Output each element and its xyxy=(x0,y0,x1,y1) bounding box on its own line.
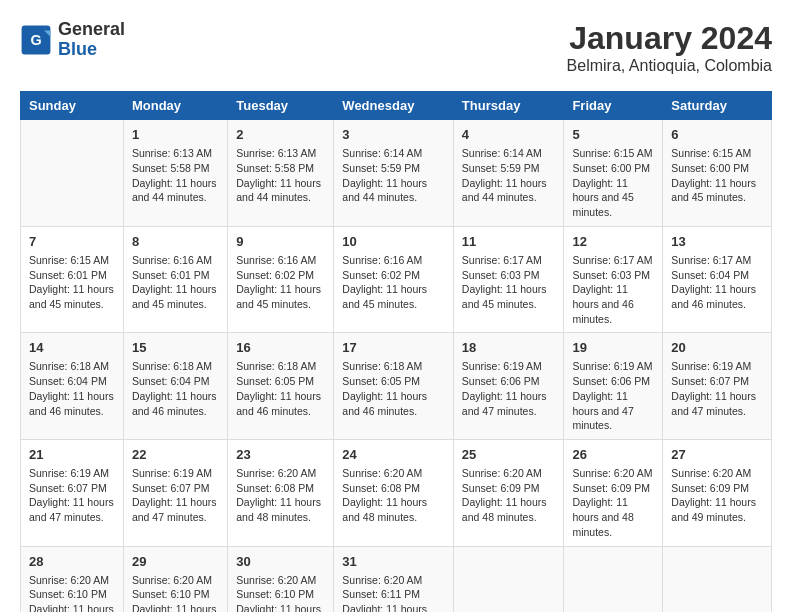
calendar-cell: 21Sunrise: 6:19 AMSunset: 6:07 PMDayligh… xyxy=(21,439,124,546)
calendar-week-row: 21Sunrise: 6:19 AMSunset: 6:07 PMDayligh… xyxy=(21,439,772,546)
calendar-cell: 20Sunrise: 6:19 AMSunset: 6:07 PMDayligh… xyxy=(663,333,772,440)
day-number: 30 xyxy=(236,553,325,571)
calendar-cell: 17Sunrise: 6:18 AMSunset: 6:05 PMDayligh… xyxy=(334,333,454,440)
day-info: Sunrise: 6:20 AMSunset: 6:08 PMDaylight:… xyxy=(342,466,445,525)
day-number: 16 xyxy=(236,339,325,357)
day-number: 14 xyxy=(29,339,115,357)
day-info: Sunrise: 6:20 AMSunset: 6:10 PMDaylight:… xyxy=(29,573,115,612)
day-info: Sunrise: 6:15 AMSunset: 6:00 PMDaylight:… xyxy=(671,146,763,205)
day-number: 15 xyxy=(132,339,219,357)
day-info: Sunrise: 6:18 AMSunset: 6:05 PMDaylight:… xyxy=(342,359,445,418)
calendar-cell: 10Sunrise: 6:16 AMSunset: 6:02 PMDayligh… xyxy=(334,226,454,333)
day-info: Sunrise: 6:16 AMSunset: 6:02 PMDaylight:… xyxy=(236,253,325,312)
day-number: 8 xyxy=(132,233,219,251)
day-number: 25 xyxy=(462,446,556,464)
column-header-wednesday: Wednesday xyxy=(334,92,454,120)
calendar-table: SundayMondayTuesdayWednesdayThursdayFrid… xyxy=(20,91,772,612)
calendar-cell: 23Sunrise: 6:20 AMSunset: 6:08 PMDayligh… xyxy=(228,439,334,546)
calendar-cell: 27Sunrise: 6:20 AMSunset: 6:09 PMDayligh… xyxy=(663,439,772,546)
day-info: Sunrise: 6:20 AMSunset: 6:09 PMDaylight:… xyxy=(572,466,654,539)
calendar-cell: 18Sunrise: 6:19 AMSunset: 6:06 PMDayligh… xyxy=(453,333,564,440)
day-info: Sunrise: 6:17 AMSunset: 6:04 PMDaylight:… xyxy=(671,253,763,312)
day-info: Sunrise: 6:20 AMSunset: 6:09 PMDaylight:… xyxy=(671,466,763,525)
calendar-cell: 8Sunrise: 6:16 AMSunset: 6:01 PMDaylight… xyxy=(123,226,227,333)
calendar-cell: 11Sunrise: 6:17 AMSunset: 6:03 PMDayligh… xyxy=(453,226,564,333)
day-number: 13 xyxy=(671,233,763,251)
day-number: 19 xyxy=(572,339,654,357)
column-header-tuesday: Tuesday xyxy=(228,92,334,120)
calendar-cell xyxy=(453,546,564,612)
page-header: G General Blue January 2024 Belmira, Ant… xyxy=(20,20,772,75)
day-info: Sunrise: 6:20 AMSunset: 6:08 PMDaylight:… xyxy=(236,466,325,525)
day-info: Sunrise: 6:18 AMSunset: 6:04 PMDaylight:… xyxy=(29,359,115,418)
logo-text: General Blue xyxy=(58,20,125,60)
day-info: Sunrise: 6:16 AMSunset: 6:01 PMDaylight:… xyxy=(132,253,219,312)
calendar-cell: 26Sunrise: 6:20 AMSunset: 6:09 PMDayligh… xyxy=(564,439,663,546)
calendar-header-row: SundayMondayTuesdayWednesdayThursdayFrid… xyxy=(21,92,772,120)
logo: G General Blue xyxy=(20,20,125,60)
day-number: 27 xyxy=(671,446,763,464)
svg-text:G: G xyxy=(30,32,41,48)
day-number: 3 xyxy=(342,126,445,144)
day-info: Sunrise: 6:13 AMSunset: 5:58 PMDaylight:… xyxy=(236,146,325,205)
day-number: 11 xyxy=(462,233,556,251)
day-number: 23 xyxy=(236,446,325,464)
day-number: 1 xyxy=(132,126,219,144)
calendar-cell: 2Sunrise: 6:13 AMSunset: 5:58 PMDaylight… xyxy=(228,120,334,227)
calendar-title: January 2024 xyxy=(567,20,772,57)
day-number: 12 xyxy=(572,233,654,251)
day-info: Sunrise: 6:19 AMSunset: 6:06 PMDaylight:… xyxy=(462,359,556,418)
calendar-cell: 30Sunrise: 6:20 AMSunset: 6:10 PMDayligh… xyxy=(228,546,334,612)
calendar-cell xyxy=(564,546,663,612)
day-info: Sunrise: 6:17 AMSunset: 6:03 PMDaylight:… xyxy=(572,253,654,326)
day-info: Sunrise: 6:19 AMSunset: 6:07 PMDaylight:… xyxy=(29,466,115,525)
day-number: 28 xyxy=(29,553,115,571)
day-info: Sunrise: 6:20 AMSunset: 6:10 PMDaylight:… xyxy=(132,573,219,612)
day-number: 22 xyxy=(132,446,219,464)
day-info: Sunrise: 6:17 AMSunset: 6:03 PMDaylight:… xyxy=(462,253,556,312)
day-number: 6 xyxy=(671,126,763,144)
day-number: 5 xyxy=(572,126,654,144)
calendar-week-row: 7Sunrise: 6:15 AMSunset: 6:01 PMDaylight… xyxy=(21,226,772,333)
calendar-cell: 3Sunrise: 6:14 AMSunset: 5:59 PMDaylight… xyxy=(334,120,454,227)
calendar-cell: 12Sunrise: 6:17 AMSunset: 6:03 PMDayligh… xyxy=(564,226,663,333)
calendar-cell: 5Sunrise: 6:15 AMSunset: 6:00 PMDaylight… xyxy=(564,120,663,227)
calendar-cell: 31Sunrise: 6:20 AMSunset: 6:11 PMDayligh… xyxy=(334,546,454,612)
day-info: Sunrise: 6:20 AMSunset: 6:10 PMDaylight:… xyxy=(236,573,325,612)
day-number: 17 xyxy=(342,339,445,357)
calendar-cell: 1Sunrise: 6:13 AMSunset: 5:58 PMDaylight… xyxy=(123,120,227,227)
calendar-cell: 16Sunrise: 6:18 AMSunset: 6:05 PMDayligh… xyxy=(228,333,334,440)
day-number: 26 xyxy=(572,446,654,464)
calendar-cell: 13Sunrise: 6:17 AMSunset: 6:04 PMDayligh… xyxy=(663,226,772,333)
day-info: Sunrise: 6:20 AMSunset: 6:09 PMDaylight:… xyxy=(462,466,556,525)
day-number: 21 xyxy=(29,446,115,464)
day-info: Sunrise: 6:18 AMSunset: 6:05 PMDaylight:… xyxy=(236,359,325,418)
day-info: Sunrise: 6:18 AMSunset: 6:04 PMDaylight:… xyxy=(132,359,219,418)
day-info: Sunrise: 6:16 AMSunset: 6:02 PMDaylight:… xyxy=(342,253,445,312)
calendar-cell: 9Sunrise: 6:16 AMSunset: 6:02 PMDaylight… xyxy=(228,226,334,333)
day-number: 24 xyxy=(342,446,445,464)
calendar-subtitle: Belmira, Antioquia, Colombia xyxy=(567,57,772,75)
day-info: Sunrise: 6:19 AMSunset: 6:06 PMDaylight:… xyxy=(572,359,654,432)
day-number: 9 xyxy=(236,233,325,251)
calendar-cell: 7Sunrise: 6:15 AMSunset: 6:01 PMDaylight… xyxy=(21,226,124,333)
calendar-cell: 6Sunrise: 6:15 AMSunset: 6:00 PMDaylight… xyxy=(663,120,772,227)
day-info: Sunrise: 6:20 AMSunset: 6:11 PMDaylight:… xyxy=(342,573,445,612)
calendar-cell xyxy=(663,546,772,612)
day-info: Sunrise: 6:15 AMSunset: 6:01 PMDaylight:… xyxy=(29,253,115,312)
day-number: 7 xyxy=(29,233,115,251)
calendar-cell: 29Sunrise: 6:20 AMSunset: 6:10 PMDayligh… xyxy=(123,546,227,612)
day-number: 4 xyxy=(462,126,556,144)
day-number: 29 xyxy=(132,553,219,571)
column-header-monday: Monday xyxy=(123,92,227,120)
day-info: Sunrise: 6:19 AMSunset: 6:07 PMDaylight:… xyxy=(132,466,219,525)
title-block: January 2024 Belmira, Antioquia, Colombi… xyxy=(567,20,772,75)
column-header-sunday: Sunday xyxy=(21,92,124,120)
day-number: 2 xyxy=(236,126,325,144)
logo-icon: G xyxy=(20,24,52,56)
day-number: 20 xyxy=(671,339,763,357)
calendar-cell: 14Sunrise: 6:18 AMSunset: 6:04 PMDayligh… xyxy=(21,333,124,440)
day-info: Sunrise: 6:14 AMSunset: 5:59 PMDaylight:… xyxy=(462,146,556,205)
calendar-week-row: 14Sunrise: 6:18 AMSunset: 6:04 PMDayligh… xyxy=(21,333,772,440)
day-number: 10 xyxy=(342,233,445,251)
